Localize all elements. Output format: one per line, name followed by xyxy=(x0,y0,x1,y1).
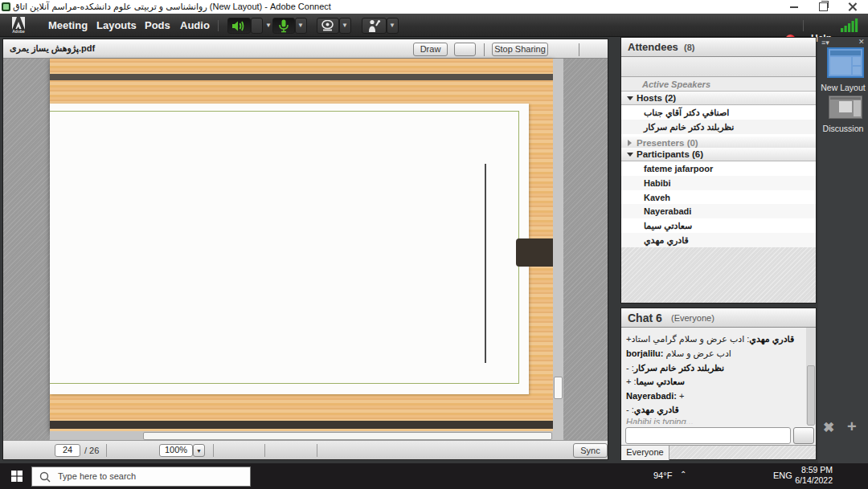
svg-text:Adobe: Adobe xyxy=(12,29,25,34)
